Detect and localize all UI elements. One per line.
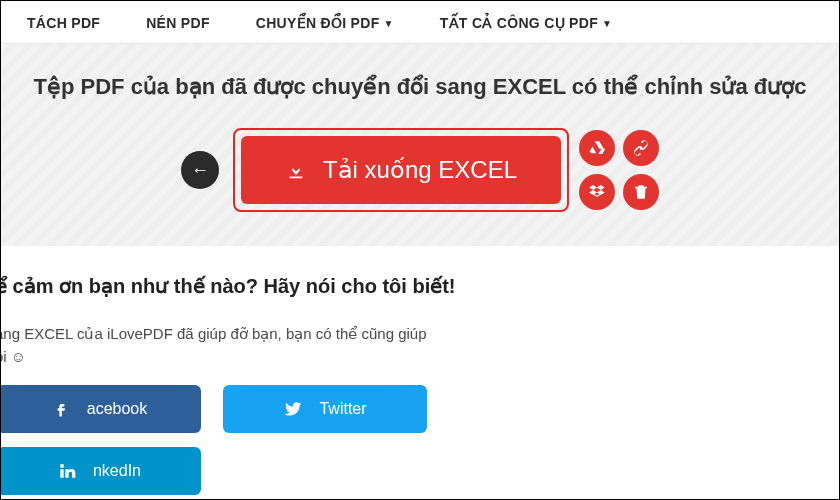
result-hero: Tệp PDF của bạn đã được chuyển đổi sang …	[1, 44, 839, 246]
twitter-icon	[283, 399, 303, 419]
share-facebook-label: acebook	[87, 400, 148, 418]
save-dropbox-button[interactable]	[579, 174, 615, 210]
thanks-line-2: ôi ☺	[0, 345, 833, 368]
linkedin-icon	[57, 461, 77, 481]
chevron-down-icon: ▼	[602, 18, 612, 29]
nav-all-tools[interactable]: TẤT CẢ CÔNG CỤ PDF ▼	[440, 15, 613, 31]
chevron-down-icon: ▼	[384, 18, 394, 29]
success-message: Tệp PDF của bạn đã được chuyển đổi sang …	[34, 74, 807, 100]
nav-compress-pdf[interactable]: NÉN PDF	[146, 15, 210, 31]
thanks-line-1: ang EXCEL của iLovePDF đã giúp đỡ bạn, b…	[0, 322, 833, 345]
back-button[interactable]: ←	[181, 151, 219, 189]
download-label: Tải xuống EXCEL	[323, 156, 517, 184]
share-twitter-button[interactable]: Twitter	[223, 385, 427, 433]
download-row: ← Tải xuống EXCEL	[181, 128, 659, 212]
share-twitter-label: Twitter	[319, 400, 366, 418]
trash-icon	[632, 183, 650, 201]
copy-link-button[interactable]	[623, 130, 659, 166]
top-navbar: TÁCH PDF NÉN PDF CHUYỂN ĐỔI PDF ▼ TẤT CẢ…	[1, 1, 839, 44]
delete-button[interactable]	[623, 174, 659, 210]
thanks-heading: ể cảm ơn bạn như thế nào? Hãy nói cho tô…	[0, 274, 833, 298]
side-action-icons	[579, 130, 659, 210]
google-drive-icon	[588, 139, 606, 157]
share-facebook-button[interactable]: acebook	[0, 385, 201, 433]
share-row-2: nkedIn	[0, 433, 833, 495]
share-row-1: acebook Twitter	[0, 385, 833, 433]
share-linkedin-label: nkedIn	[93, 462, 141, 480]
thanks-subtext: ang EXCEL của iLovePDF đã giúp đỡ bạn, b…	[0, 322, 833, 369]
arrow-left-icon: ←	[191, 160, 209, 181]
nav-all-tools-label: TẤT CẢ CÔNG CỤ PDF	[440, 15, 598, 31]
nav-convert-label: CHUYỂN ĐỔI PDF	[256, 15, 380, 31]
thanks-section: ể cảm ơn bạn như thế nào? Hãy nói cho tô…	[0, 274, 833, 495]
download-excel-button[interactable]: Tải xuống EXCEL	[241, 136, 561, 204]
dropbox-icon	[588, 183, 606, 201]
nav-convert-pdf[interactable]: CHUYỂN ĐỔI PDF ▼	[256, 15, 394, 31]
nav-split-pdf[interactable]: TÁCH PDF	[27, 15, 100, 31]
download-icon	[285, 159, 307, 181]
facebook-icon	[51, 399, 71, 419]
save-google-drive-button[interactable]	[579, 130, 615, 166]
download-highlight-box: Tải xuống EXCEL	[233, 128, 569, 212]
share-linkedin-button[interactable]: nkedIn	[0, 447, 201, 495]
link-icon	[632, 139, 650, 157]
